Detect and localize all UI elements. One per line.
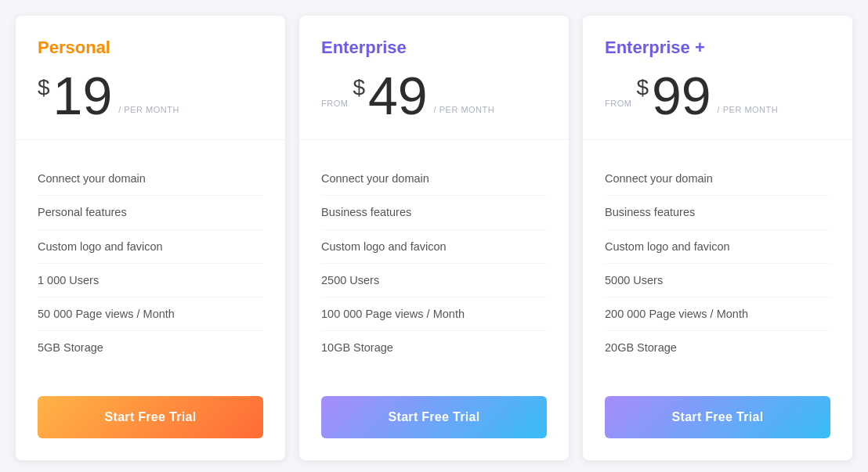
pricing-card-personal: Personal$19/ PER MONTHConnect your domai… [16, 16, 285, 460]
feature-item-enterprise-plus-0: Connect your domain [605, 162, 830, 196]
pricing-card-enterprise: EnterpriseFROM$49/ PER MONTHConnect your… [299, 16, 569, 460]
feature-item-enterprise-4: 100 000 Page views / Month [321, 297, 547, 331]
feature-item-personal-3: 1 000 Users [38, 264, 263, 297]
feature-item-enterprise-plus-3: 5000 Users [605, 264, 830, 297]
pricing-card-enterprise-plus: Enterprise +FROM$99/ PER MONTHConnect yo… [583, 16, 852, 460]
feature-item-enterprise-plus-2: Custom logo and favicon [605, 230, 830, 264]
feature-item-enterprise-2: Custom logo and favicon [321, 230, 547, 264]
from-label-enterprise-plus: FROM [605, 99, 631, 108]
feature-item-enterprise-plus-4: 200 000 Page views / Month [605, 297, 830, 331]
plan-name-personal: Personal [38, 38, 263, 58]
price-amount-enterprise: 49 [368, 69, 428, 122]
card-footer-enterprise-plus: Start Free Trial [583, 384, 852, 460]
price-row-enterprise-plus: FROM$99/ PER MONTH [605, 69, 830, 122]
currency-symbol-personal: $ [38, 75, 50, 100]
price-amount-personal: 19 [53, 69, 113, 122]
plan-name-enterprise-plus: Enterprise + [605, 38, 830, 58]
card-features-enterprise: Connect your domainBusiness featuresCust… [299, 140, 569, 384]
price-amount-enterprise-plus: 99 [652, 69, 711, 122]
card-header-personal: Personal$19/ PER MONTH [16, 16, 285, 140]
price-row-personal: $19/ PER MONTH [38, 69, 263, 122]
feature-item-personal-0: Connect your domain [38, 162, 263, 196]
feature-item-enterprise-0: Connect your domain [321, 162, 547, 196]
cta-button-enterprise[interactable]: Start Free Trial [321, 396, 547, 438]
per-month-enterprise-plus: / PER MONTH [718, 105, 779, 114]
card-header-enterprise-plus: Enterprise +FROM$99/ PER MONTH [583, 16, 852, 140]
card-features-personal: Connect your domainPersonal featuresCust… [16, 140, 285, 384]
per-month-personal: / PER MONTH [118, 105, 179, 114]
feature-item-enterprise-plus-1: Business features [605, 196, 830, 229]
pricing-container: Personal$19/ PER MONTHConnect your domai… [16, 16, 852, 460]
feature-item-personal-1: Personal features [38, 196, 263, 229]
cta-button-enterprise-plus[interactable]: Start Free Trial [605, 396, 830, 438]
card-footer-enterprise: Start Free Trial [299, 384, 569, 460]
card-header-enterprise: EnterpriseFROM$49/ PER MONTH [299, 16, 569, 140]
per-month-enterprise: / PER MONTH [434, 105, 495, 114]
cta-button-personal[interactable]: Start Free Trial [38, 396, 263, 438]
plan-name-enterprise: Enterprise [321, 38, 547, 58]
from-label-enterprise: FROM [321, 99, 348, 108]
feature-item-personal-4: 50 000 Page views / Month [38, 297, 263, 331]
feature-item-enterprise-3: 2500 Users [321, 264, 547, 297]
card-footer-personal: Start Free Trial [16, 384, 285, 460]
price-row-enterprise: FROM$49/ PER MONTH [321, 69, 547, 122]
currency-symbol-enterprise: $ [353, 75, 365, 100]
feature-item-enterprise-1: Business features [321, 196, 547, 229]
feature-item-enterprise-plus-5: 20GB Storage [605, 331, 830, 364]
feature-item-personal-2: Custom logo and favicon [38, 230, 263, 264]
feature-item-enterprise-5: 10GB Storage [321, 331, 547, 364]
card-features-enterprise-plus: Connect your domainBusiness featuresCust… [583, 140, 852, 384]
currency-symbol-enterprise-plus: $ [636, 75, 649, 100]
feature-item-personal-5: 5GB Storage [38, 331, 263, 364]
